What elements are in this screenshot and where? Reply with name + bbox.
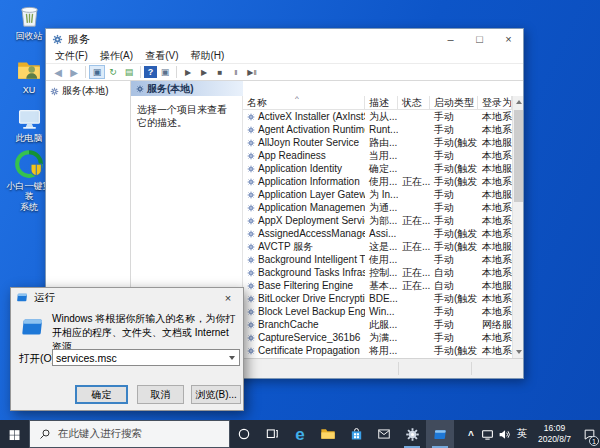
- maximize-button[interactable]: □: [465, 29, 494, 49]
- export-list-icon[interactable]: ▤: [121, 65, 137, 79]
- combo-dropdown-icon[interactable]: [225, 356, 239, 360]
- file-explorer-icon: [320, 426, 336, 442]
- services-list: 名称 ^ 描述 状态 启动类型 登录为: [243, 96, 523, 358]
- pause-service-icon[interactable]: ‖: [228, 65, 244, 79]
- taskbar-search[interactable]: 在此键入进行搜索: [29, 420, 230, 448]
- vertical-scrollbar[interactable]: [512, 96, 523, 358]
- input-language-indicator[interactable]: 英: [513, 420, 531, 448]
- column-header-logon-as[interactable]: 登录为: [478, 96, 512, 109]
- search-icon: [39, 428, 51, 440]
- console-tree-icon[interactable]: ▣: [89, 65, 105, 79]
- stop-service-icon[interactable]: ■: [212, 65, 228, 79]
- service-description: 为通...: [365, 201, 398, 214]
- restart-service-icon[interactable]: ▶‖: [244, 65, 260, 79]
- run-app-icon: [16, 291, 29, 304]
- services-titlebar[interactable]: 服务 – □ ×: [46, 29, 523, 49]
- start-button[interactable]: [0, 420, 29, 448]
- service-name: Base Filtering Engine: [258, 279, 353, 292]
- service-row[interactable]: AVCTP 服务 这是... 正在... 手动(触发... 本地服务: [243, 240, 523, 253]
- search-placeholder: 在此键入进行搜索: [58, 427, 142, 441]
- task-view-button[interactable]: [258, 420, 286, 448]
- menu-item[interactable]: 操作(A): [94, 49, 139, 63]
- service-row[interactable]: CaptureService_361b6 为满... 手动 本地系统: [243, 331, 523, 344]
- service-row[interactable]: AppX Deployment Servic... 为部... 正在... 手动…: [243, 214, 523, 227]
- column-header-description[interactable]: 描述: [365, 96, 398, 109]
- run-titlebar[interactable]: 运行 ×: [11, 288, 243, 307]
- column-header-startup-type[interactable]: 启动类型: [430, 96, 478, 109]
- service-status: 正在...: [398, 279, 430, 292]
- service-row[interactable]: Block Level Backup Engi... Win... 手动 本地系…: [243, 305, 523, 318]
- service-row[interactable]: Agent Activation Runtime... Runt... 手动 本…: [243, 123, 523, 136]
- browse-button[interactable]: 浏览(B)...: [191, 385, 241, 404]
- service-status: 正在...: [398, 266, 430, 279]
- services-taskbar-button[interactable]: [398, 420, 426, 448]
- service-name: Background Intelligent T...: [258, 253, 365, 266]
- help-icon[interactable]: ?: [144, 66, 157, 78]
- service-row[interactable]: Certificate Propagation 将用... 手动(触发... 本…: [243, 344, 523, 357]
- taskbar-clock[interactable]: 16:09 2020/8/7: [531, 420, 578, 448]
- service-name: Background Tasks Infras...: [258, 266, 365, 279]
- forward-icon[interactable]: ▶: [66, 65, 82, 79]
- run-close-icon[interactable]: ×: [213, 288, 243, 307]
- tree-item-services-local[interactable]: 服务(本地): [50, 84, 130, 98]
- close-button[interactable]: ×: [494, 29, 523, 49]
- menu-item[interactable]: 文件(F): [49, 49, 94, 63]
- service-row[interactable]: Application Information 使用... 正在... 手动(触…: [243, 175, 523, 188]
- service-row[interactable]: Application Management 为通... 手动 本地系统: [243, 201, 523, 214]
- service-logon-as: 本地系统: [478, 331, 512, 344]
- open-input[interactable]: [53, 352, 225, 364]
- volume-icon: [498, 428, 511, 441]
- menu-item[interactable]: 查看(V): [139, 49, 184, 63]
- column-header-name[interactable]: 名称 ^: [243, 96, 365, 109]
- service-row[interactable]: BitLocker Drive Encryptio... BDE... 手动(触…: [243, 292, 523, 305]
- menu-item[interactable]: 帮助(H): [184, 49, 230, 63]
- show-window-icon[interactable]: ▣: [157, 65, 173, 79]
- edge-button[interactable]: e: [286, 420, 314, 448]
- resume-service-icon[interactable]: ▶: [196, 65, 212, 79]
- cortana-button[interactable]: [230, 420, 258, 448]
- service-description: 此服...: [365, 318, 398, 331]
- statusbar-divider: [471, 362, 472, 375]
- service-icon: [247, 230, 255, 238]
- store-button[interactable]: [342, 420, 370, 448]
- service-row[interactable]: App Readiness 当用... 手动 本地系统: [243, 149, 523, 162]
- scroll-up-icon[interactable]: [513, 96, 523, 108]
- service-logon-as: 本地服务: [478, 136, 512, 149]
- minimize-button[interactable]: –: [436, 29, 465, 49]
- service-row[interactable]: Background Tasks Infras... 控制... 正在... 自…: [243, 266, 523, 279]
- service-description: BDE...: [365, 292, 398, 305]
- service-row[interactable]: AssignedAccessManager... Assi... 手动(触发..…: [243, 227, 523, 240]
- run-taskbar-button[interactable]: [426, 420, 454, 448]
- service-description: 使用...: [365, 175, 398, 188]
- service-description: 为满...: [365, 331, 398, 344]
- service-row[interactable]: BranchCache 此服... 手动 网络服务: [243, 318, 523, 331]
- action-center-button[interactable]: 1: [578, 420, 600, 448]
- service-description: 这是...: [365, 240, 398, 253]
- service-row[interactable]: ActiveX Installer (AxInstSV) 为从... 手动 本地…: [243, 110, 523, 123]
- open-combobox[interactable]: [52, 349, 240, 366]
- mail-button[interactable]: [370, 420, 398, 448]
- store-icon: [349, 427, 364, 442]
- ok-button[interactable]: 确定: [75, 385, 128, 404]
- service-startup-type: 手动: [430, 305, 478, 318]
- service-icon: [247, 113, 255, 121]
- scroll-down-icon[interactable]: [513, 346, 523, 358]
- cancel-button[interactable]: 取消: [137, 385, 184, 404]
- service-icon: [247, 217, 255, 225]
- file-explorer-button[interactable]: [314, 420, 342, 448]
- service-row[interactable]: Application Identity 确定... 手动(触发... 本地服务: [243, 162, 523, 175]
- mail-icon: [377, 427, 391, 441]
- network-tray-button[interactable]: [479, 420, 496, 448]
- back-icon[interactable]: ◀: [50, 65, 66, 79]
- start-service-icon[interactable]: ▶: [180, 65, 196, 79]
- service-row[interactable]: Base Filtering Engine 基本... 正在... 自动 本地服…: [243, 279, 523, 292]
- column-header-status[interactable]: 状态: [398, 96, 430, 109]
- hidden-icons-chevron[interactable]: ^: [463, 420, 479, 448]
- services-app-icon: [52, 34, 63, 45]
- service-row[interactable]: Background Intelligent T... 使用... 手动 本地系…: [243, 253, 523, 266]
- service-row[interactable]: AllJoyn Router Service 路由... 手动(触发... 本地…: [243, 136, 523, 149]
- volume-tray-button[interactable]: [496, 420, 513, 448]
- scrollbar-thumb[interactable]: [514, 110, 523, 202]
- service-row[interactable]: Application Layer Gatewa... 为 In... 手动 本…: [243, 188, 523, 201]
- refresh-icon[interactable]: ↻: [105, 65, 121, 79]
